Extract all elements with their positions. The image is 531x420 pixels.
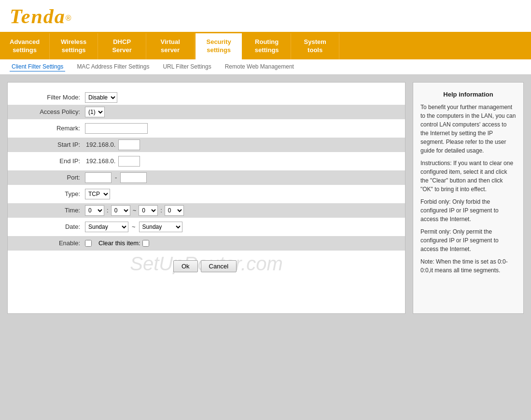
- date-tilde: ~: [132, 223, 136, 230]
- nav-virtual[interactable]: Virtualserver: [146, 33, 195, 59]
- port-input-2[interactable]: [120, 172, 147, 183]
- port-input-1[interactable]: [85, 172, 112, 183]
- end-ip-prefix: 192.168.0.: [86, 157, 115, 165]
- filter-mode-controls: Disable Enable: [85, 92, 117, 103]
- remark-controls: [85, 123, 148, 134]
- type-label: Type:: [17, 190, 80, 197]
- end-ip-input[interactable]: [118, 156, 140, 167]
- time-hour2-select[interactable]: 0123 4567 891011 12131415 16171819 20212…: [139, 205, 158, 216]
- access-policy-controls: (1) (2) (3) (4) (5) (6) (7) (8): [85, 107, 105, 117]
- time-row: Time: 0123 4567 891011 12131415 16171819…: [8, 203, 405, 218]
- remark-input[interactable]: [85, 123, 148, 134]
- cancel-button[interactable]: Cancel: [201, 260, 237, 272]
- clear-this-item-label: Clear this item:: [98, 239, 140, 247]
- logo-reg: ®: [66, 14, 71, 22]
- time-min1-select[interactable]: 051015 20253035 40455055: [111, 205, 130, 216]
- subnav-remote-web[interactable]: Remote Web Management: [223, 62, 296, 71]
- nav-system[interactable]: Systemtools: [291, 33, 339, 59]
- time-sep1: :: [107, 207, 109, 214]
- time-tilde: ~: [133, 207, 137, 214]
- subnav-client-filter[interactable]: Client Filter Settings: [10, 62, 65, 71]
- end-ip-controls: 192.168.0.: [85, 156, 140, 167]
- type-controls: TCP UDP Both: [85, 189, 110, 199]
- time-sep2: :: [160, 207, 162, 214]
- time-min2-select[interactable]: 051015 20253035 40455055: [165, 205, 184, 216]
- date-controls: SundayMondayTuesday WednesdayThursdayFri…: [85, 222, 182, 232]
- enable-checkbox[interactable]: [85, 240, 92, 247]
- help-text2: Instructions: If you want to clear one c…: [420, 159, 516, 194]
- start-ip-label: Start IP:: [17, 141, 80, 148]
- enable-row: Enable: Clear this item:: [8, 236, 405, 251]
- time-controls: 0123 4567 891011 12131415 16171819 20212…: [85, 205, 184, 216]
- start-ip-prefix: 192.168.0.: [86, 141, 115, 148]
- help-panel: Help information To benefit your further…: [413, 82, 524, 314]
- filter-mode-select[interactable]: Disable Enable: [85, 92, 117, 103]
- date-label: Date:: [17, 223, 80, 230]
- nav-advanced[interactable]: Advancedsettings: [0, 33, 50, 59]
- main-nav: Advancedsettings Wirelesssettings DHCPSe…: [0, 33, 531, 59]
- nav-dhcp[interactable]: DHCPServer: [98, 33, 146, 59]
- nav-security[interactable]: Securitysettings: [195, 33, 243, 59]
- date-row: Date: SundayMondayTuesday WednesdayThurs…: [17, 220, 395, 234]
- date-from-select[interactable]: SundayMondayTuesday WednesdayThursdayFri…: [85, 222, 128, 232]
- port-row: Port: -: [8, 170, 405, 185]
- start-ip-controls: 192.168.0.: [85, 140, 140, 150]
- start-ip-row: Start IP: 192.168.0.: [8, 138, 405, 152]
- remark-label: Remark:: [17, 125, 80, 132]
- remark-row: Remark:: [17, 121, 395, 136]
- end-ip-label: End IP:: [17, 157, 80, 165]
- type-select[interactable]: TCP UDP Both: [85, 189, 110, 199]
- type-row: Type: TCP UDP Both: [17, 187, 395, 201]
- enable-label: Enable:: [17, 239, 80, 247]
- port-separator: -: [115, 174, 117, 181]
- form-panel: Filter Mode: Disable Enable Access Polic…: [7, 82, 405, 314]
- time-hour1-select[interactable]: 0123 4567 891011 12131415 16171819 20212…: [85, 205, 104, 216]
- port-label: Port:: [17, 174, 80, 181]
- access-policy-select[interactable]: (1) (2) (3) (4) (5) (6) (7) (8): [85, 107, 105, 117]
- help-text5: Note: When the time is set as 0:0-0:0,it…: [420, 257, 516, 275]
- button-row: Ok Cancel: [17, 260, 395, 272]
- help-text1: To benefit your further management to th…: [420, 103, 516, 155]
- logo-text: Tenda: [10, 5, 66, 28]
- time-label: Time:: [17, 207, 80, 214]
- nav-routing[interactable]: Routingsettings: [243, 33, 291, 59]
- help-title: Help information: [420, 90, 516, 99]
- filter-mode-label: Filter Mode:: [17, 94, 80, 101]
- sub-nav: Client Filter Settings MAC Address Filte…: [0, 59, 531, 75]
- main-content: Filter Mode: Disable Enable Access Polic…: [0, 75, 531, 321]
- start-ip-input[interactable]: [118, 140, 140, 150]
- help-text3: Forbid only: Only forbid the configured …: [420, 197, 516, 224]
- access-policy-label: Access Policy:: [17, 108, 80, 115]
- nav-wireless[interactable]: Wirelesssettings: [50, 33, 98, 59]
- logo: Tenda®: [10, 5, 71, 28]
- port-controls: -: [85, 172, 147, 183]
- end-ip-row: End IP: 192.168.0.: [17, 154, 395, 168]
- enable-controls: Clear this item:: [85, 239, 149, 247]
- clear-this-item-checkbox[interactable]: [142, 240, 149, 247]
- subnav-url-filter[interactable]: URL Filter Settings: [161, 62, 213, 71]
- date-to-select[interactable]: SundayMondayTuesday WednesdayThursdayFri…: [139, 222, 182, 232]
- help-text4: Permit only: Only permit the configured …: [420, 227, 516, 253]
- ok-button[interactable]: Ok: [173, 260, 198, 272]
- subnav-mac-filter[interactable]: MAC Address Filter Settings: [75, 62, 151, 71]
- filter-mode-row: Filter Mode: Disable Enable: [17, 92, 395, 103]
- access-policy-row: Access Policy: (1) (2) (3) (4) (5) (6) (…: [8, 105, 405, 119]
